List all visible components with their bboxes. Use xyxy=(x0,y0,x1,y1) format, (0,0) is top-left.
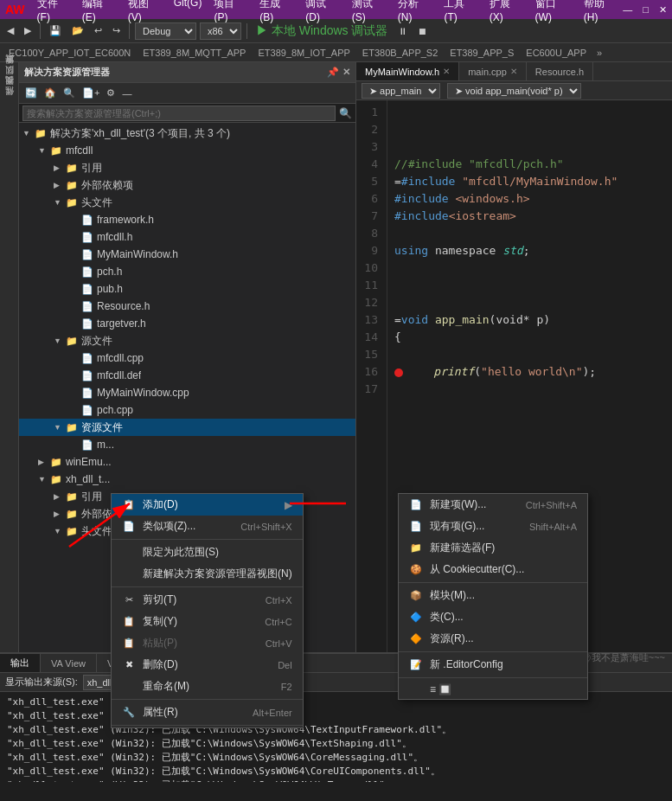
vtab-team[interactable]: 团队 xyxy=(2,76,17,87)
sync-btn[interactable]: 🔄 xyxy=(22,87,40,99)
code-line[interactable] xyxy=(394,381,665,398)
context-menu-item[interactable]: ✖删除(D)Del xyxy=(112,654,303,676)
code-line[interactable] xyxy=(394,277,665,294)
close-panel-icon[interactable]: ✕ xyxy=(342,67,350,78)
run-button[interactable]: ▶ 本地 Windows 调试器 xyxy=(253,22,391,41)
menu-item-项目(P)[interactable]: 项目(P) xyxy=(208,0,253,24)
scope-select[interactable]: ➤ app_main xyxy=(362,83,440,99)
context-menu-item[interactable]: 📋添加(D)▶ xyxy=(112,494,303,516)
code-line[interactable]: //#include "mfcdll/pch.h" xyxy=(394,156,665,173)
menu-item-调试(D)[interactable]: 调试(D) xyxy=(300,0,345,24)
bookmark-item[interactable]: EC100Y_APP_IOT_EC600N xyxy=(3,48,136,58)
submenu-item[interactable]: 📦模块(M)... xyxy=(399,585,587,606)
code-line[interactable] xyxy=(394,398,665,415)
code-line[interactable] xyxy=(394,260,665,277)
bookmark-item[interactable]: ET389_APP_S xyxy=(445,48,519,58)
code-line[interactable] xyxy=(394,294,665,311)
close-btn[interactable]: ✕ xyxy=(659,4,667,16)
code-line[interactable] xyxy=(394,225,665,242)
tree-item[interactable]: ▶📁winEmu... xyxy=(19,453,355,471)
context-menu-item[interactable]: 📋复制(Y)Ctrl+C xyxy=(112,611,303,632)
code-line[interactable]: using namespace std; xyxy=(394,242,665,260)
context-menu-item[interactable]: 重命名(M)F2 xyxy=(112,676,303,697)
tree-item[interactable]: ▼📁mfcdll xyxy=(19,142,355,159)
tree-item[interactable]: ▶📁引用 xyxy=(19,159,355,176)
output-tab[interactable]: VA View xyxy=(41,654,97,672)
menu-item-扩展(X)[interactable]: 扩展(X) xyxy=(484,0,528,24)
tree-item[interactable]: ▼📁资源文件 xyxy=(19,419,355,436)
context-menu-item[interactable]: 新建解决方案资源管理器视图(N) xyxy=(112,563,303,585)
new-item-btn[interactable]: 📄+ xyxy=(80,87,102,99)
menu-item-工具(T)[interactable]: 工具(T) xyxy=(438,0,482,24)
tree-item[interactable]: 📄pch.cpp xyxy=(19,401,355,419)
vtab-class[interactable]: 类视图 xyxy=(2,87,17,97)
output-tab[interactable]: 输出 xyxy=(0,654,41,672)
tab-close-icon[interactable]: ✕ xyxy=(510,67,517,76)
menu-item-文件(F)[interactable]: 文件(F) xyxy=(32,0,75,24)
more-btn[interactable]: — xyxy=(119,87,134,99)
code-line[interactable] xyxy=(394,415,665,433)
tree-item[interactable]: ▼📁头文件 xyxy=(19,194,355,211)
vtab-prop[interactable]: 属性 xyxy=(2,97,17,107)
search-icon[interactable]: 🔍 xyxy=(339,107,352,119)
tree-item[interactable]: ▼📁xh_dll_t... xyxy=(19,471,355,488)
toolbar-icon3[interactable]: ↩ xyxy=(91,23,106,38)
tree-item[interactable]: 📄mfcdll.h xyxy=(19,228,355,246)
forward-button[interactable]: ▶ xyxy=(21,23,35,38)
submenu-item[interactable]: 🔷类(C)... xyxy=(399,606,587,628)
code-line[interactable]: =void app_main(void* p) xyxy=(394,311,665,329)
toolbar-icon4[interactable]: ↪ xyxy=(109,23,124,38)
member-select[interactable]: ➤ void app_main(void* p) xyxy=(447,83,581,99)
context-menu[interactable]: 📋添加(D)▶📄类似项(Z)...Ctrl+Shift+X限定为此范围(S)新建… xyxy=(111,493,304,728)
toolbar-icon2[interactable]: 📂 xyxy=(68,23,87,38)
menu-item-窗口(W)[interactable]: 窗口(W) xyxy=(530,0,577,24)
code-line[interactable]: printf("hello world\n"); xyxy=(394,363,665,381)
menu-item-编辑(E)[interactable]: 编辑(E) xyxy=(77,0,121,24)
submenu-item[interactable]: 📝新 .EditorConfig xyxy=(399,654,587,676)
code-line[interactable]: #include<iostream> xyxy=(394,208,665,225)
filter-btn[interactable]: 🔍 xyxy=(61,87,78,99)
bookmarks-more[interactable]: » xyxy=(593,48,605,58)
context-menu-item[interactable]: ✂剪切(T)Ctrl+X xyxy=(112,589,303,611)
tree-item[interactable]: ▼📁解决方案'xh_dll_test'(3 个项目, 共 3 个) xyxy=(19,125,355,142)
submenu-item[interactable]: 🍪从 Cookiecutter(C)... xyxy=(399,559,587,580)
bookmark-item[interactable]: ET380B_APP_S2 xyxy=(357,48,443,58)
context-menu-item[interactable]: 限定为此范围(S) xyxy=(112,541,303,563)
tree-item[interactable]: ▼📁源文件 xyxy=(19,332,355,349)
tree-item[interactable]: 📄pub.h xyxy=(19,280,355,298)
pause-button[interactable]: ⏸ xyxy=(394,24,411,38)
submenu[interactable]: 📄新建项(W)...Ctrl+Shift+A📄现有项(G)...Shift+Al… xyxy=(398,493,588,700)
submenu-item[interactable]: 📄新建项(W)...Ctrl+Shift+A xyxy=(399,494,587,516)
menu-bar[interactable]: 文件(F)编辑(E)视图(V)Git(G)项目(P)生成(B)调试(D)测试(S… xyxy=(32,0,624,24)
vtab-solution[interactable]: 解决方案 xyxy=(2,66,17,76)
tab-close-icon[interactable]: ✕ xyxy=(443,67,450,76)
props-btn[interactable]: ⚙ xyxy=(104,87,118,99)
tree-item[interactable]: 📄framework.h xyxy=(19,211,355,228)
bookmark-item[interactable]: ET389_8M_IOT_APP xyxy=(253,48,355,58)
bookmark-item[interactable]: EC600U_APP xyxy=(521,48,592,58)
menu-item-分析(N)[interactable]: 分析(N) xyxy=(393,0,438,24)
stop-button[interactable]: ⏹ xyxy=(414,24,431,38)
submenu-item[interactable]: 📁新建筛选器(F) xyxy=(399,537,587,559)
tree-item[interactable]: 📄Resource.h xyxy=(19,298,355,315)
search-input[interactable] xyxy=(22,106,336,121)
tree-item[interactable]: 📄MyMainWindow.h xyxy=(19,246,355,263)
menu-item-帮助(H)[interactable]: 帮助(H) xyxy=(579,0,624,24)
menu-item-测试(S)[interactable]: 测试(S) xyxy=(347,0,391,24)
bookmark-item[interactable]: ET389_8M_MQTT_APP xyxy=(138,48,251,58)
menu-item-生成(B)[interactable]: 生成(B) xyxy=(254,0,298,24)
editor-tab[interactable]: MyMainWindow.h✕ xyxy=(356,62,459,80)
debug-config-select[interactable]: Debug Release xyxy=(135,22,196,40)
context-menu-item[interactable]: 🔧属性(R)Alt+Enter xyxy=(112,702,303,723)
editor-tab[interactable]: main.cpp✕ xyxy=(459,62,527,80)
context-menu-item[interactable]: 📄类似项(Z)...Ctrl+Shift+X xyxy=(112,516,303,537)
submenu-item[interactable]: 📄现有项(G)...Shift+Alt+A xyxy=(399,516,587,537)
pin-icon[interactable]: 📌 xyxy=(327,67,339,78)
menu-item-Git(G)[interactable]: Git(G) xyxy=(169,0,208,24)
minimize-btn[interactable]: — xyxy=(623,4,632,16)
code-line[interactable]: { xyxy=(394,329,665,346)
maximize-btn[interactable]: □ xyxy=(643,4,649,16)
tree-item[interactable]: 📄pch.h xyxy=(19,263,355,280)
editor-tab[interactable]: Resource.h xyxy=(527,62,593,80)
platform-select[interactable]: x86 x64 xyxy=(200,22,241,40)
